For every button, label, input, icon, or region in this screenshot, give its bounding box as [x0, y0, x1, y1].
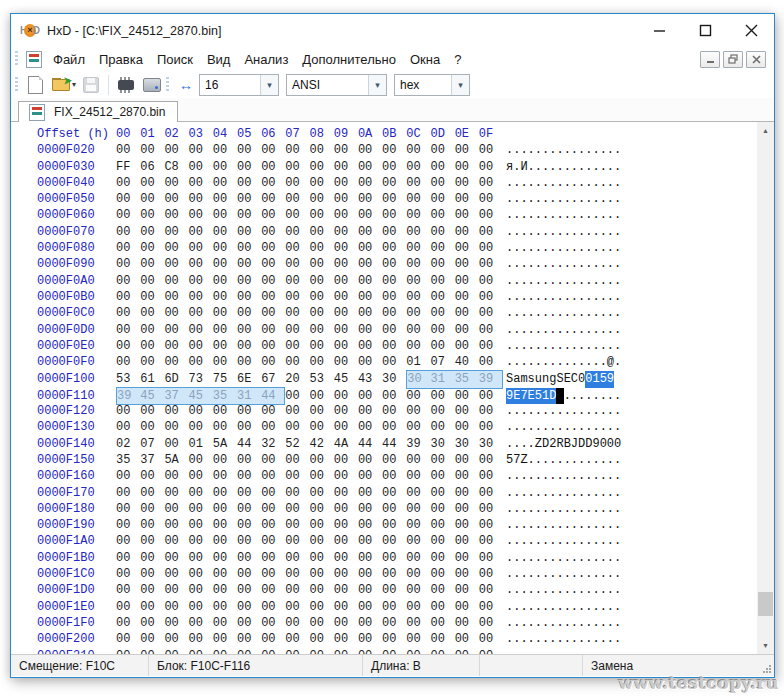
hex-byte[interactable]: 00: [430, 207, 454, 223]
hex-byte[interactable]: 00: [479, 452, 503, 468]
hex-byte[interactable]: 00: [213, 305, 237, 321]
ascii-char[interactable]: .: [607, 142, 614, 158]
ascii-char[interactable]: .: [592, 207, 599, 223]
ascii-char[interactable]: .: [513, 354, 520, 370]
ascii-char[interactable]: .: [528, 566, 535, 582]
ascii-char[interactable]: .: [571, 224, 578, 240]
combo-arrow-icon[interactable]: ▾: [260, 75, 278, 95]
hex-byte[interactable]: 07: [140, 436, 164, 452]
ascii-char[interactable]: .: [614, 159, 621, 175]
ascii-char[interactable]: .: [607, 501, 614, 517]
hex-byte[interactable]: 00: [430, 582, 454, 598]
ascii-char[interactable]: .: [585, 419, 592, 435]
ascii-char[interactable]: D: [578, 436, 585, 452]
hex-byte[interactable]: 40: [455, 354, 479, 370]
hex-byte[interactable]: 00: [406, 419, 430, 435]
hex-byte[interactable]: 00: [213, 599, 237, 615]
ascii-char[interactable]: .: [564, 305, 571, 321]
hex-byte[interactable]: 00: [358, 468, 382, 484]
ascii-char[interactable]: .: [513, 175, 520, 191]
ascii-char[interactable]: .: [578, 615, 585, 631]
hex-byte[interactable]: 00: [164, 582, 188, 598]
hex-byte[interactable]: 00: [237, 159, 261, 175]
hex-byte[interactable]: 00: [116, 322, 140, 338]
ascii-char[interactable]: .: [549, 175, 556, 191]
hex-byte[interactable]: 00: [358, 517, 382, 533]
hex-byte[interactable]: 44: [237, 436, 261, 452]
ascii-char[interactable]: .: [513, 631, 520, 647]
hex-byte[interactable]: 00: [189, 191, 213, 207]
ascii-char[interactable]: .: [564, 224, 571, 240]
ascii-char[interactable]: .: [520, 338, 527, 354]
hex-byte[interactable]: 00: [261, 599, 285, 615]
ascii-text[interactable]: ................: [506, 502, 621, 516]
ascii-char[interactable]: .: [614, 240, 621, 256]
hex-byte[interactable]: 00: [455, 338, 479, 354]
ascii-char[interactable]: .: [535, 207, 542, 223]
hex-byte[interactable]: 00: [237, 305, 261, 321]
ascii-char[interactable]: B: [564, 436, 571, 452]
hex-byte[interactable]: 00: [430, 159, 454, 175]
ascii-char[interactable]: .: [556, 207, 563, 223]
hex-byte[interactable]: 00: [189, 207, 213, 223]
menu-item-view[interactable]: Вид: [200, 49, 238, 70]
hex-byte[interactable]: 00: [334, 322, 358, 338]
ascii-char[interactable]: .: [607, 403, 614, 419]
ascii-char[interactable]: .: [535, 338, 542, 354]
ascii-char[interactable]: .: [585, 566, 592, 582]
ascii-char[interactable]: .: [585, 159, 592, 175]
hex-byte[interactable]: 00: [164, 599, 188, 615]
ascii-char[interactable]: .: [585, 224, 592, 240]
ascii-char[interactable]: .: [520, 289, 527, 305]
ascii-char[interactable]: .: [535, 159, 542, 175]
hex-byte[interactable]: 00: [406, 468, 430, 484]
hex-byte[interactable]: 00: [455, 485, 479, 501]
hex-byte[interactable]: 00: [285, 599, 309, 615]
hex-byte[interactable]: 00: [358, 338, 382, 354]
hex-byte[interactable]: 00: [140, 550, 164, 566]
ascii-char[interactable]: .: [614, 354, 621, 370]
hex-byte[interactable]: 00: [430, 485, 454, 501]
ascii-char[interactable]: .: [592, 273, 599, 289]
ascii-char[interactable]: .: [535, 550, 542, 566]
hex-byte[interactable]: 00: [261, 452, 285, 468]
ascii-char[interactable]: .: [592, 615, 599, 631]
ascii-char[interactable]: .: [513, 550, 520, 566]
ascii-char[interactable]: .: [528, 501, 535, 517]
ascii-char[interactable]: .: [520, 305, 527, 321]
hex-byte[interactable]: 00: [116, 191, 140, 207]
hex-byte[interactable]: 00: [430, 273, 454, 289]
ascii-char[interactable]: 0: [585, 371, 592, 387]
hex-byte[interactable]: 00: [310, 485, 334, 501]
hex-byte[interactable]: 00: [479, 599, 503, 615]
hex-byte[interactable]: 00: [189, 501, 213, 517]
ascii-char[interactable]: E: [513, 388, 520, 404]
hex-byte[interactable]: 00: [382, 159, 406, 175]
ascii-char[interactable]: .: [600, 582, 607, 598]
ascii-char[interactable]: .: [614, 517, 621, 533]
hex-byte[interactable]: 00: [116, 501, 140, 517]
ascii-char[interactable]: .: [600, 273, 607, 289]
ascii-char[interactable]: .: [585, 273, 592, 289]
hex-byte[interactable]: 00: [358, 485, 382, 501]
ascii-char[interactable]: .: [549, 159, 556, 175]
hex-byte[interactable]: 00: [455, 191, 479, 207]
hex-byte[interactable]: 00: [140, 517, 164, 533]
ascii-char[interactable]: .: [607, 175, 614, 191]
hex-byte[interactable]: 00: [358, 191, 382, 207]
ascii-char[interactable]: .: [549, 191, 556, 207]
ascii-char[interactable]: 1: [592, 371, 599, 387]
maximize-button[interactable]: [682, 14, 728, 47]
hex-byte[interactable]: 00: [213, 468, 237, 484]
ascii-text[interactable]: ................: [506, 469, 621, 483]
hex-byte[interactable]: 00: [285, 419, 309, 435]
hex-byte[interactable]: 00: [285, 517, 309, 533]
ascii-char[interactable]: g: [549, 371, 556, 387]
hex-byte[interactable]: 00: [140, 403, 164, 419]
ascii-char[interactable]: 0: [578, 371, 585, 387]
ascii-char[interactable]: .: [571, 338, 578, 354]
ascii-char[interactable]: .: [592, 550, 599, 566]
ascii-char[interactable]: .: [528, 224, 535, 240]
hex-byte[interactable]: 00: [406, 207, 430, 223]
ascii-char[interactable]: .: [513, 240, 520, 256]
